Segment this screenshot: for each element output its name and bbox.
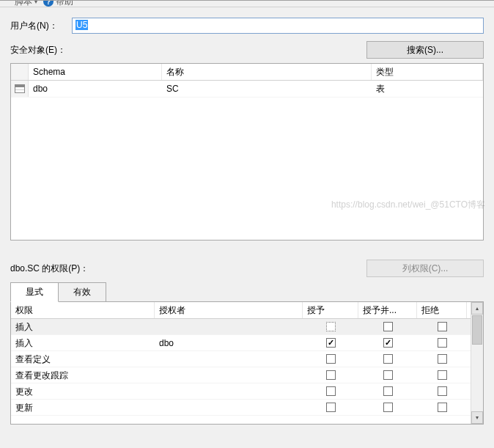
table-row[interactable]: 查看定义 (11, 351, 471, 367)
withgrant-checkbox[interactable] (383, 386, 393, 396)
cell-schema: dbo (29, 81, 162, 97)
deny-checkbox[interactable] (438, 338, 447, 348)
script-dropdown[interactable]: 脚本 ▾ (15, 1, 37, 7)
row-header-corner (11, 64, 29, 80)
grant-checkbox[interactable] (326, 386, 336, 396)
help-label: 帮助 (56, 1, 73, 7)
perm-col-withgrant[interactable]: 授予并... (358, 302, 417, 318)
perm-name: 查看定义 (11, 351, 155, 367)
deny-checkbox[interactable] (438, 370, 447, 380)
perm-grantor (155, 383, 303, 400)
withgrant-checkbox[interactable] (383, 370, 393, 380)
perm-grantor (155, 367, 303, 383)
username-label: 用户名(N)： (10, 20, 72, 32)
table-row[interactable]: 查看更改跟踪 (11, 367, 471, 383)
chevron-down-icon: ▾ (34, 1, 37, 5)
script-label: 脚本 (15, 1, 32, 7)
vertical-scrollbar[interactable]: ▴ ▾ (471, 302, 483, 424)
permissions-label: dbo.SC 的权限(P)： (10, 262, 89, 275)
perm-col-grantor[interactable]: 授权者 (155, 302, 303, 318)
tab-explicit[interactable]: 显式 (10, 282, 59, 302)
perm-col-permission[interactable]: 权限 (11, 302, 155, 318)
cell-type: 表 (372, 81, 483, 97)
perm-col-deny[interactable]: 拒绝 (417, 302, 467, 318)
perm-grantor (155, 319, 303, 335)
deny-checkbox[interactable] (438, 403, 447, 412)
perm-name: 更新 (11, 400, 155, 416)
withgrant-checkbox[interactable] (383, 338, 393, 348)
grant-checkbox[interactable] (326, 354, 336, 364)
help-button[interactable]: ? 帮助 (43, 1, 73, 7)
withgrant-checkbox[interactable] (383, 403, 393, 412)
withgrant-checkbox[interactable] (383, 322, 393, 331)
permissions-grid[interactable]: 权限 授权者 授予 授予并... 拒绝 插入插入dbo查看定义查看更改跟踪更改更… (10, 301, 484, 425)
perm-grantor: dbo (155, 335, 303, 351)
table-icon (15, 84, 25, 93)
deny-checkbox[interactable] (438, 322, 447, 331)
grant-checkbox[interactable] (326, 370, 336, 380)
tab-effective[interactable]: 有效 (58, 282, 106, 302)
table-row[interactable]: 插入 (11, 319, 471, 335)
permissions-tabs: 显式 有效 (10, 282, 484, 302)
perm-grantor (155, 351, 303, 367)
grant-checkbox[interactable] (326, 403, 336, 412)
col-schema-header[interactable]: Schema (29, 64, 162, 80)
username-value: U5 (75, 20, 88, 30)
securables-label: 安全对象(E)： (10, 44, 66, 56)
perm-name: 查看更改跟踪 (11, 367, 155, 383)
col-type-header[interactable]: 类型 (372, 64, 483, 80)
securables-grid[interactable]: Schema 名称 类型 dbo SC 表 (10, 63, 484, 240)
withgrant-checkbox[interactable] (383, 354, 393, 364)
search-button[interactable]: 搜索(S)... (366, 41, 484, 59)
column-permissions-button: 列权限(C)... (366, 260, 484, 277)
cell-name: SC (162, 81, 372, 97)
perm-name: 更改 (11, 383, 155, 400)
perm-col-grant[interactable]: 授予 (303, 302, 358, 318)
scroll-up-button[interactable]: ▴ (471, 302, 483, 315)
perm-name: 插入 (11, 319, 155, 335)
deny-checkbox[interactable] (438, 354, 447, 364)
perm-name: 插入 (11, 335, 155, 351)
scroll-thumb[interactable] (472, 315, 482, 345)
grant-checkbox[interactable] (326, 338, 336, 348)
row-header[interactable] (11, 81, 29, 97)
col-name-header[interactable]: 名称 (162, 64, 372, 80)
grant-checkbox[interactable] (326, 322, 336, 331)
table-row[interactable]: 插入dbo (11, 335, 471, 351)
divider (0, 7, 494, 7)
deny-checkbox[interactable] (438, 386, 447, 396)
help-icon: ? (43, 1, 54, 7)
table-row[interactable]: dbo SC 表 (11, 81, 483, 98)
scroll-down-button[interactable]: ▾ (471, 411, 483, 424)
table-row[interactable]: 更改 (11, 383, 471, 400)
toolbar: 脚本 ▾ ? 帮助 (0, 1, 494, 7)
table-row[interactable]: 更新 (11, 400, 471, 416)
username-input[interactable]: U5 (72, 18, 484, 34)
perm-grantor (155, 400, 303, 416)
